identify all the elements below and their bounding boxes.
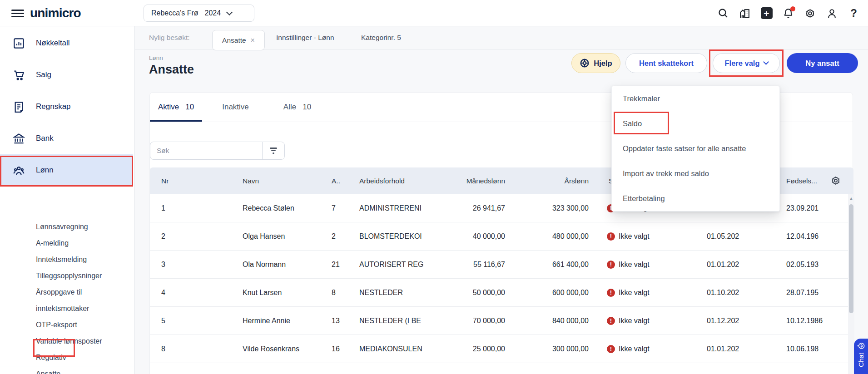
tab-inaktive[interactable]: Inaktive xyxy=(214,93,263,122)
cell-manedslonn: 55 116,67 xyxy=(422,261,505,269)
vertical-scrollbar[interactable]: ▲ xyxy=(848,194,854,374)
cell-startdato: 01.01.202 xyxy=(707,261,758,269)
accounting-document-icon xyxy=(12,100,25,113)
cell-nr: 5 xyxy=(161,317,165,325)
help-button-label: Hjelp xyxy=(594,59,612,68)
col-manedslonn[interactable]: Månedslønn xyxy=(422,177,505,185)
table-row[interactable]: 4 Knut Larsen 8 NESTLEDER 50 000,00 600 … xyxy=(150,279,853,307)
col-arslonn[interactable]: Årslønn xyxy=(509,177,589,185)
col-navn[interactable]: Navn xyxy=(243,177,259,185)
submenu-item[interactable]: Årsoppgave til inntektsmottaker xyxy=(36,284,127,317)
cell-nr: 4 xyxy=(161,289,165,297)
sidebar: Nøkkeltall Salg Regnskap Bank Lønn xyxy=(0,26,135,374)
dropdown-menu-item[interactable]: Oppdater faste satser for alle ansatte xyxy=(612,136,779,161)
help-button[interactable]: Hjelp xyxy=(571,53,620,73)
topbar: unimicro Rebecca's Frø 2024 + ? xyxy=(0,0,868,26)
cell-arslonn: 480 000,00 xyxy=(509,232,589,241)
search-input[interactable] xyxy=(150,142,262,159)
cell-ansattnr: 21 xyxy=(332,261,340,269)
recent-tab-ansatte[interactable]: Ansatte × xyxy=(212,30,265,50)
cell-fodselsdato: 02.05.193 xyxy=(786,261,840,269)
cell-fodselsdato: 23.09.201 xyxy=(786,204,840,212)
cell-nr: 1 xyxy=(161,204,165,212)
tab-alle[interactable]: Alle 10 xyxy=(275,93,319,122)
cell-ansattnr: 2 xyxy=(332,232,336,241)
scrollbar-thumb[interactable] xyxy=(849,204,853,313)
chevron-down-icon xyxy=(763,59,769,65)
submenu-item[interactable]: Ansatte xyxy=(36,366,127,374)
cell-startdato: 01.10.202 xyxy=(707,289,758,297)
tab-label: Alle xyxy=(283,103,296,112)
tab-count: 10 xyxy=(185,103,194,112)
search-icon[interactable] xyxy=(717,7,729,20)
flere-valg-button[interactable]: Flere valg xyxy=(713,53,780,73)
chatbot-robot-icon xyxy=(857,342,865,350)
sales-cart-icon xyxy=(12,69,25,81)
profile-icon[interactable] xyxy=(826,7,838,20)
close-icon[interactable]: × xyxy=(251,36,255,44)
status-text: Ikke valgt xyxy=(619,289,650,297)
payroll-people-icon xyxy=(12,164,25,177)
warning-icon: ! xyxy=(607,232,615,241)
sidebar-item-salg[interactable]: Salg xyxy=(0,59,134,91)
scroll-up-arrow[interactable]: ▲ xyxy=(848,196,854,201)
table-row[interactable]: 8 Vilde Rosenkrans 16 MEDIAKONSULEN 25 0… xyxy=(150,335,853,363)
company-year: 2024 xyxy=(205,9,221,17)
dropdown-menu-item[interactable]: Etterbetaling xyxy=(612,186,779,211)
company-buildings-icon[interactable] xyxy=(739,7,751,20)
status-text: Ikke valgt xyxy=(619,317,650,325)
sidebar-item-lonn[interactable]: Lønn xyxy=(0,154,133,186)
cell-navn: Olga Hansen xyxy=(243,232,285,241)
table-body: 1 Rebecca Stølen 7 ADMINISTRERENI 26 941… xyxy=(150,194,853,363)
cell-ansattnr: 8 xyxy=(332,289,336,297)
sidebar-item-bank[interactable]: Bank xyxy=(0,123,134,154)
recent-tab-kategorinr[interactable]: Kategorinr. 5 xyxy=(361,34,401,42)
table-row[interactable]: 3 Ola Normann 21 AUTORISERT REG 55 116,6… xyxy=(150,251,853,279)
cell-fodselsdato: 10.06.198 xyxy=(786,345,840,353)
chat-tab[interactable]: Chat xyxy=(854,339,868,374)
lifebuoy-icon xyxy=(580,58,590,68)
col-ansattnr[interactable]: A.. xyxy=(332,177,340,185)
ny-ansatt-button[interactable]: Ny ansatt xyxy=(787,53,858,73)
recently-visited-label: Nylig besøkt: xyxy=(149,34,190,42)
cell-fodselsdato: 12.04.196 xyxy=(786,232,840,241)
submenu-item[interactable]: Tilleggsopplysninger xyxy=(36,268,127,284)
cell-ansattnr: 13 xyxy=(332,317,340,325)
submenu-item[interactable]: A-melding xyxy=(36,235,127,251)
dropdown-menu-item[interactable]: Saldo xyxy=(612,111,779,136)
submenu-item[interactable]: Variable lønnsposter xyxy=(36,333,127,349)
submenu-item[interactable]: OTP-eksport xyxy=(36,317,127,333)
hamburger-menu-icon[interactable] xyxy=(11,10,24,17)
warning-icon: ! xyxy=(607,289,615,297)
notifications-bell-icon[interactable] xyxy=(782,7,794,20)
submenu-item[interactable]: Lønnsavregning xyxy=(36,219,127,235)
hent-skattekort-button[interactable]: Hent skattekort xyxy=(625,53,707,73)
cell-nr: 2 xyxy=(161,232,165,241)
cell-fodselsdato: 10.12.1986 xyxy=(786,317,840,325)
settings-gear-icon[interactable] xyxy=(804,7,816,20)
submenu-item[interactable]: Inntektsmelding xyxy=(36,251,127,268)
help-question-icon[interactable]: ? xyxy=(848,7,860,20)
create-new-icon[interactable]: + xyxy=(760,7,773,20)
recently-visited-bar: Nylig besøkt: Ansatte × Innstillinger - … xyxy=(135,26,868,50)
dropdown-menu-item[interactable]: Import av trekk med saldo xyxy=(612,161,779,186)
submenu-item[interactable]: Regulativ xyxy=(36,349,127,366)
cell-arslonn: 300 000,00 xyxy=(509,345,589,353)
column-settings-gear-icon[interactable] xyxy=(830,175,841,186)
brand-logo: unimicro xyxy=(30,6,81,20)
table-row[interactable]: 5 Hermine Annie 13 NESTLEDER (I BE 70 00… xyxy=(150,307,853,335)
cell-ansattnr: 7 xyxy=(332,204,336,212)
cell-startdato: 01.05.202 xyxy=(707,232,758,241)
dropdown-menu-item[interactable]: Trekkmaler xyxy=(612,86,779,111)
sidebar-item-regnskap[interactable]: Regnskap xyxy=(0,91,134,123)
filter-icon[interactable] xyxy=(262,142,284,159)
sidebar-item-label: Nøkkeltall xyxy=(36,39,70,48)
company-selector[interactable]: Rebecca's Frø 2024 xyxy=(144,5,254,22)
table-row[interactable]: 2 Olga Hansen 2 BLOMSTERDEKOI 40 000,00 … xyxy=(150,222,853,251)
col-nr[interactable]: Nr xyxy=(161,177,169,185)
tab-aktive[interactable]: Aktive 10 xyxy=(150,93,202,122)
recent-tab-innstillinger[interactable]: Innstillinger - Lønn xyxy=(276,34,334,42)
sidebar-item-nokkeltall[interactable]: Nøkkeltall xyxy=(0,27,134,59)
status-text: Ikke valgt xyxy=(619,232,650,241)
cell-startdato: 01.01.202 xyxy=(707,345,758,353)
